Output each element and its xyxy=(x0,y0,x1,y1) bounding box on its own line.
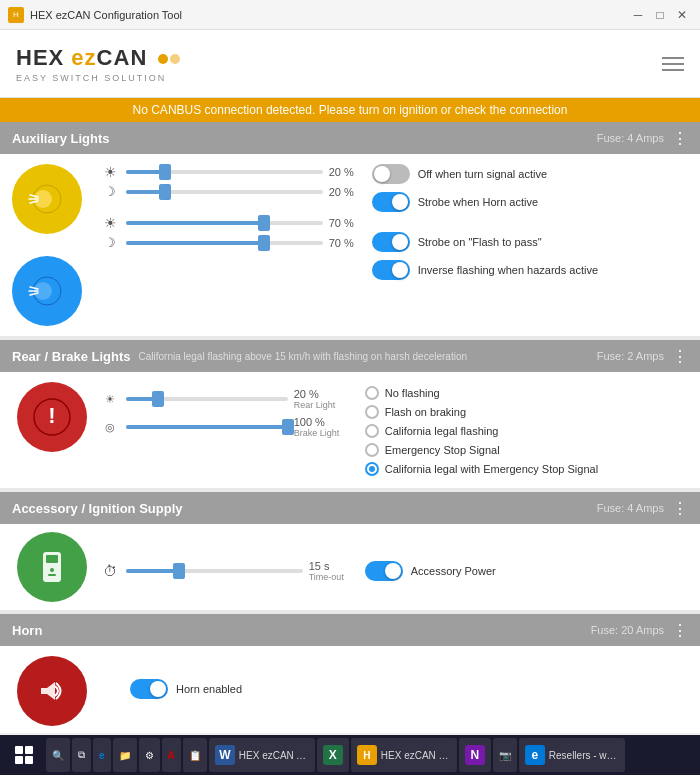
logo-subtitle: EASY SWITCH SOLUTION xyxy=(16,73,180,83)
slider-value-1: 20 % xyxy=(329,166,364,178)
start-button[interactable] xyxy=(4,738,44,772)
acc-icon-col xyxy=(12,532,92,602)
svg-rect-15 xyxy=(48,574,56,576)
search-icon: 🔍 xyxy=(52,750,64,761)
radio-label-5: California legal with Emergency Stop Sig… xyxy=(385,463,598,475)
radio-label-2: Flash on braking xyxy=(385,406,466,418)
toggle-3[interactable] xyxy=(372,232,410,252)
brake-slider-track-2[interactable] xyxy=(126,425,288,429)
brake-sliders-col: ☀ 20 % Rear Light ◎ xyxy=(100,382,357,438)
taskbar-settings[interactable]: ⚙ xyxy=(139,738,160,772)
brake-radios: No flashing Flash on braking California … xyxy=(365,382,688,478)
toggle-2[interactable] xyxy=(372,192,410,212)
acc-slider-track[interactable] xyxy=(126,569,303,573)
radio-ca-legal-emergency[interactable]: California legal with Emergency Stop Sig… xyxy=(365,462,688,476)
radio-circle-2[interactable] xyxy=(365,405,379,419)
accessory-more-icon[interactable]: ⋮ xyxy=(672,499,688,518)
radio-no-flashing[interactable]: No flashing xyxy=(365,386,688,400)
toggle-row-4: Inverse flashing when hazards active xyxy=(372,260,688,280)
radio-circle-1[interactable] xyxy=(365,386,379,400)
horn-toggle[interactable] xyxy=(130,679,168,699)
logo-text: HEX ezCAN xyxy=(16,45,180,71)
brake-icon: ! xyxy=(17,382,87,452)
slider-row-4: ☽ 70 % xyxy=(100,235,364,250)
taskbar-hex-install[interactable]: H HEX ezCAN Install... xyxy=(351,738,457,772)
taskbar-word[interactable]: W HEX ezCAN Access... xyxy=(209,738,315,772)
svg-text:!: ! xyxy=(48,403,55,428)
toggle-label-2: Strobe when Horn active xyxy=(418,196,538,208)
slider-track-3[interactable] xyxy=(126,221,323,225)
auxiliary-lights-body: ☀ 20 % ☽ xyxy=(0,154,700,336)
taskbar-app1[interactable]: 📋 xyxy=(183,738,207,772)
taskbar-onenote[interactable]: N xyxy=(459,738,491,772)
brake-lights-more-icon[interactable]: ⋮ xyxy=(672,347,688,366)
brake-slider-track-1[interactable] xyxy=(126,397,288,401)
brake-icon-col: ! xyxy=(12,382,92,452)
taskbar-ie[interactable]: e Resellers - www.he... xyxy=(519,738,625,772)
radio-emergency[interactable]: Emergency Stop Signal xyxy=(365,443,688,457)
close-button[interactable]: ✕ xyxy=(672,5,692,25)
window-controls: ─ □ ✕ xyxy=(628,5,692,25)
accessory-title: Accessory / Ignition Supply xyxy=(12,501,182,516)
accessory-header: Accessory / Ignition Supply Fuse: 4 Amps… xyxy=(0,492,700,524)
auxiliary-lights-more-icon[interactable]: ⋮ xyxy=(672,129,688,148)
word-label: HEX ezCAN Access... xyxy=(239,750,309,761)
taskbar-folder[interactable]: 📁 xyxy=(113,738,137,772)
slider-track-4[interactable] xyxy=(126,241,323,245)
acc-toggle[interactable] xyxy=(365,561,403,581)
horn-toggle-label: Horn enabled xyxy=(176,683,242,695)
aux-icon-1 xyxy=(12,164,82,234)
radio-circle-4[interactable] xyxy=(365,443,379,457)
accessory-section: Accessory / Ignition Supply Fuse: 4 Amps… xyxy=(0,492,700,610)
horn-toggle-col: Horn enabled xyxy=(100,679,688,703)
toggle-label-1: Off when turn signal active xyxy=(418,168,547,180)
hex-install-icon: H xyxy=(357,745,377,765)
slider-track-1[interactable] xyxy=(126,170,323,174)
radio-label-3: California legal flashing xyxy=(385,425,499,437)
toggle-row-1: Off when turn signal active xyxy=(372,164,688,184)
ie-icon: e xyxy=(525,745,545,765)
toggle-4[interactable] xyxy=(372,260,410,280)
toggle-label-3: Strobe on "Flash to pass" xyxy=(418,236,542,248)
accessory-body: ⏱ 15 s Time-out Accessory Po xyxy=(0,524,700,610)
horn-more-icon[interactable]: ⋮ xyxy=(672,621,688,640)
horn-icon-col xyxy=(12,656,92,726)
taskbar-excel[interactable]: X xyxy=(317,738,349,772)
maximize-button[interactable]: □ xyxy=(650,5,670,25)
radio-circle-5[interactable] xyxy=(365,462,379,476)
toggle-label-4: Inverse flashing when hazards active xyxy=(418,264,598,276)
minimize-button[interactable]: ─ xyxy=(628,5,648,25)
slider-row-2: ☽ 20 % xyxy=(100,184,364,199)
taskbar-edge[interactable]: e xyxy=(93,738,111,772)
radio-circle-3[interactable] xyxy=(365,424,379,438)
ie-label: Resellers - www.he... xyxy=(549,750,619,761)
radio-ca-legal[interactable]: California legal flashing xyxy=(365,424,688,438)
app-header: HEX ezCAN EASY SWITCH SOLUTION xyxy=(0,30,700,98)
folder-icon: 📁 xyxy=(119,750,131,761)
taskbar-search[interactable]: 🔍 xyxy=(46,738,70,772)
taskbar-pdf[interactable]: A xyxy=(162,738,181,772)
sun-icon-2: ☀ xyxy=(100,215,120,231)
slider-row-1: ☀ 20 % xyxy=(100,164,364,180)
horn-title: Horn xyxy=(12,623,42,638)
word-icon: W xyxy=(215,745,235,765)
window-title: HEX ezCAN Configuration Tool xyxy=(30,9,182,21)
task-view-icon: ⧉ xyxy=(78,749,85,761)
horn-section: Horn Fuse: 20 Amps ⋮ xyxy=(0,614,700,733)
acc-icon xyxy=(17,532,87,602)
taskbar-app3[interactable]: 📷 xyxy=(493,738,517,772)
brake-lights-title: Rear / Brake Lights xyxy=(12,349,131,364)
taskbar-task-view[interactable]: ⧉ xyxy=(72,738,91,772)
radio-flash-braking[interactable]: Flash on braking xyxy=(365,405,688,419)
aux-toggles: Off when turn signal active Strobe when … xyxy=(372,164,688,326)
brake-lights-fuse: Fuse: 2 Amps xyxy=(597,350,664,362)
slider-value-4: 70 % xyxy=(329,237,364,249)
slider-track-2[interactable] xyxy=(126,190,323,194)
hex-install-label: HEX ezCAN Install... xyxy=(381,750,451,761)
toggle-1[interactable] xyxy=(372,164,410,184)
app-icon: H xyxy=(8,7,24,23)
menu-button[interactable] xyxy=(662,57,684,71)
brake-slider-row-1: ☀ 20 % Rear Light xyxy=(100,388,349,410)
brake-slider-row-2: ◎ 100 % Brake Light xyxy=(100,416,349,438)
toggle-row-3: Strobe on "Flash to pass" xyxy=(372,232,688,252)
